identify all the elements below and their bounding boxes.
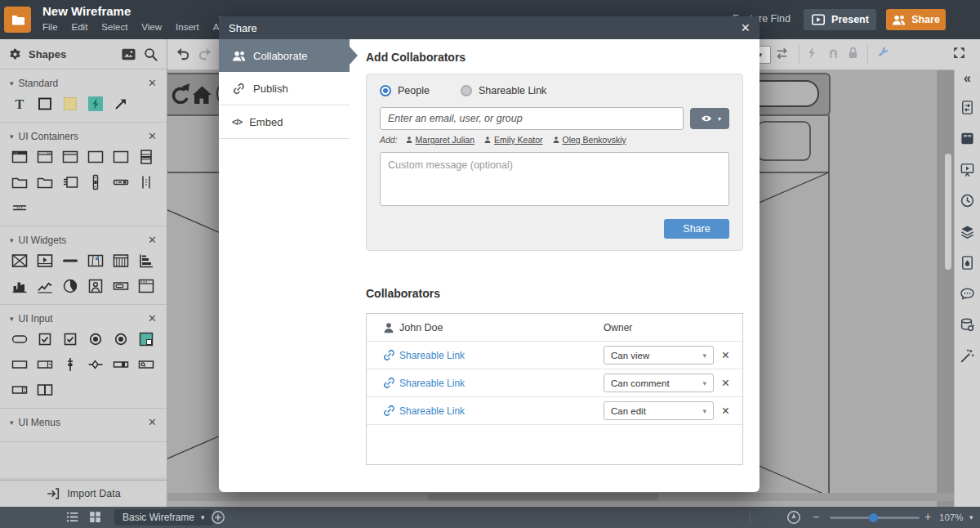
permission-dropdown[interactable]: Can comment ▾	[604, 374, 714, 392]
zoom-out-icon[interactable]: −	[813, 510, 819, 523]
video-player-shape[interactable]	[33, 251, 56, 271]
radio-selected-shape[interactable]	[84, 329, 107, 349]
page-grid-icon[interactable]	[88, 510, 102, 524]
search-field-shape[interactable]	[135, 355, 158, 374]
section-close-icon[interactable]: ✕	[148, 77, 157, 89]
shareable-link-label[interactable]: Shareable Link	[399, 378, 604, 389]
section-collapse-caret[interactable]: ▾	[10, 236, 14, 244]
collapse-chevrons-icon[interactable]: «	[964, 73, 971, 84]
section-collapse-caret[interactable]: ▾	[10, 418, 14, 427]
arrow-shape[interactable]	[109, 94, 132, 114]
magnet-icon[interactable]	[826, 46, 840, 60]
remove-collaborator-icon[interactable]: ×	[722, 348, 731, 363]
zoom-slider[interactable]	[830, 517, 920, 519]
app-logo-folder-icon[interactable]	[4, 7, 31, 33]
vertical-scrollbar-shape[interactable]	[84, 172, 107, 192]
page-style-dropdown[interactable]: Basic Wireframe ▾	[114, 509, 213, 526]
radio-shape[interactable]	[109, 329, 132, 349]
layout-shape[interactable]	[135, 251, 158, 271]
shapes-gear-icon[interactable]	[8, 47, 22, 61]
share-submit-button[interactable]: Share	[664, 219, 729, 239]
horizontal-slider-shape[interactable]	[84, 355, 107, 374]
color-picker-shape[interactable]	[135, 329, 158, 349]
search-icon[interactable]	[143, 47, 158, 62]
shareable-link-radio[interactable]	[461, 85, 472, 96]
action-bolt-shape[interactable]	[84, 94, 107, 114]
document-title[interactable]: New Wireframe	[42, 4, 131, 18]
vertical-slider-shape[interactable]	[59, 355, 82, 374]
folder-tab-2-shape[interactable]	[33, 172, 56, 192]
page-settings-icon[interactable]	[960, 100, 975, 115]
history-clock-icon[interactable]	[960, 193, 975, 208]
permission-dropdown[interactable]: Can edit ▾	[604, 401, 714, 420]
custom-message-input[interactable]	[380, 152, 729, 206]
layers-icon[interactable]	[960, 224, 975, 239]
fullscreen-icon[interactable]	[952, 46, 966, 60]
collapsed-panel-shape[interactable]	[8, 198, 31, 217]
sticky-notes-icon[interactable]: ””	[960, 131, 975, 146]
shareable-link-radio-label[interactable]: Shareable Link	[479, 85, 546, 96]
document-theme-icon[interactable]	[960, 255, 975, 271]
number-stepper-shape[interactable]	[8, 380, 31, 400]
hscroll-thumb[interactable]	[428, 494, 658, 500]
people-radio[interactable]	[380, 85, 391, 96]
checkbox-checked-shape[interactable]	[33, 329, 56, 349]
browser-window-3-shape[interactable]	[59, 147, 82, 167]
pie-chart-shape[interactable]	[59, 276, 82, 296]
avatar-shape[interactable]	[84, 276, 107, 296]
button-shape[interactable]	[8, 329, 31, 349]
vertical-stack-shape[interactable]	[135, 147, 158, 167]
section-close-icon[interactable]: ✕	[148, 234, 157, 246]
menu-insert[interactable]: Insert	[176, 22, 199, 32]
dialog-shape[interactable]	[109, 147, 132, 167]
menu-select[interactable]: Select	[101, 22, 127, 32]
checkbox-shape[interactable]	[59, 329, 82, 349]
suggested-user-link[interactable]: Margaret Julian	[405, 135, 474, 145]
line-chart-shape[interactable]	[33, 276, 56, 296]
table-shape[interactable]	[109, 251, 132, 271]
canvas-vertical-scrollbar[interactable]	[937, 69, 954, 507]
import-data-button[interactable]: Import Data	[0, 480, 167, 507]
progress-bar-shape[interactable]	[109, 355, 132, 374]
linked-data-icon[interactable]	[960, 317, 975, 333]
email-input[interactable]	[380, 107, 684, 130]
browser-window-2-shape[interactable]	[33, 147, 56, 167]
permission-dropdown[interactable]: Can view ▾	[604, 346, 714, 365]
map-shape[interactable]	[84, 251, 107, 271]
swap-arrows-icon[interactable]	[774, 46, 790, 61]
fit-to-screen-icon[interactable]	[786, 510, 801, 525]
side-panel-shape[interactable]	[59, 172, 82, 192]
lock-icon[interactable]	[846, 46, 860, 60]
canvas-horizontal-scrollbar[interactable]	[167, 493, 954, 501]
split-panel-shape[interactable]	[33, 380, 56, 400]
zoom-caret-icon[interactable]: ▾	[969, 513, 973, 521]
suggested-user-link[interactable]: Emily Keator	[483, 135, 543, 145]
people-radio-label[interactable]: People	[398, 85, 430, 96]
text-shape[interactable]: T	[8, 94, 31, 114]
button-bar-shape[interactable]	[109, 276, 132, 296]
zoom-level[interactable]: 107%	[939, 512, 963, 522]
dropdown-shape[interactable]	[33, 355, 56, 374]
page-list-icon[interactable]	[65, 510, 79, 524]
menu-edit[interactable]: Edit	[72, 22, 88, 32]
section-collapse-caret[interactable]: ▾	[10, 79, 14, 87]
bar-chart-shape[interactable]	[8, 276, 31, 296]
section-collapse-caret[interactable]: ▾	[10, 315, 14, 323]
menu-file[interactable]: File	[42, 22, 58, 32]
shareable-link-label[interactable]: Shareable Link	[399, 350, 604, 361]
wireframe-rounded-box[interactable]	[758, 122, 810, 160]
wrench-icon[interactable]	[875, 46, 889, 60]
tab-collaborate[interactable]: Collaborate	[219, 39, 350, 72]
section-close-icon[interactable]: ✕	[148, 416, 157, 428]
share-button[interactable]: Share	[886, 9, 946, 30]
close-icon[interactable]: ×	[741, 20, 750, 35]
column-dividers-shape[interactable]	[135, 172, 158, 192]
present-button[interactable]: Present	[804, 9, 876, 30]
sticky-note-shape[interactable]	[59, 94, 82, 114]
shareable-link-label[interactable]: Shareable Link	[399, 405, 604, 417]
tab-publish[interactable]: Publish	[219, 72, 350, 105]
present-slides-icon[interactable]	[960, 162, 975, 177]
divider-shape[interactable]	[59, 251, 82, 271]
suggested-user-link[interactable]: Oleg Benkovskiy	[552, 135, 626, 145]
redo-icon[interactable]	[198, 46, 213, 61]
